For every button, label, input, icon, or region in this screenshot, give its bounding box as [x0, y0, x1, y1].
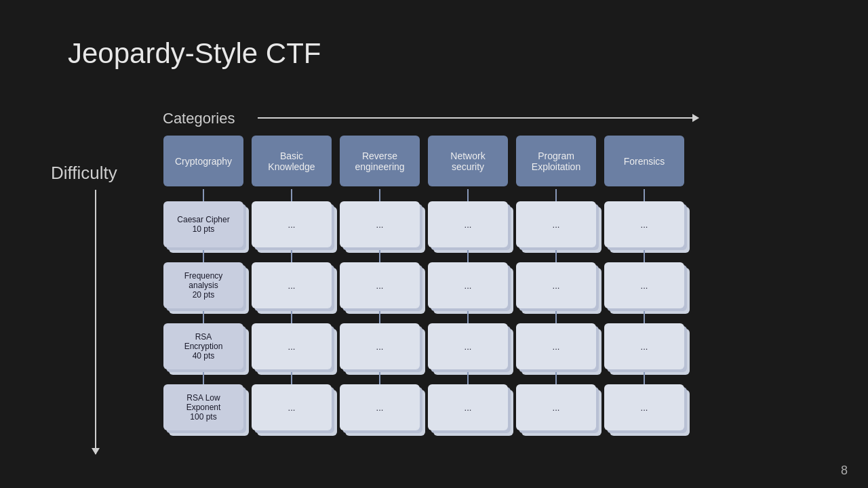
connector-1-1 — [291, 250, 292, 262]
card-wrap-5-0: ... — [604, 201, 684, 247]
data-card-2-3: ... — [340, 384, 420, 430]
connector-0-0 — [203, 189, 204, 201]
card-wrap-2-3: ... — [340, 384, 420, 430]
connector-3-0 — [467, 189, 469, 201]
connector-0-2 — [203, 311, 204, 323]
data-card-2-0: ... — [340, 201, 420, 247]
data-card-5-3: ... — [604, 384, 684, 430]
connector-2-3 — [379, 372, 380, 384]
card-wrap-4-3: ... — [516, 384, 596, 430]
data-card-3-3: ... — [428, 384, 508, 430]
difficulty-arrow — [95, 190, 96, 454]
card-wrap-2-1: ... — [340, 262, 420, 308]
slide-title: Jeopardy-Style CTF — [68, 37, 321, 70]
card-wrap-3-2: ... — [428, 323, 508, 369]
connector-2-2 — [379, 311, 380, 323]
card-wrap-1-0: ... — [252, 201, 332, 247]
connector-3-1 — [467, 250, 469, 262]
header-card-0: Cryptography — [163, 136, 243, 186]
card-wrap-4-2: ... — [516, 323, 596, 369]
column-1: Basic Knowledge............ — [248, 136, 336, 433]
connector-5-2 — [644, 311, 645, 323]
card-wrap-4-1: ... — [516, 262, 596, 308]
data-card-5-1: ... — [604, 262, 684, 308]
connector-5-1 — [644, 250, 645, 262]
column-4: Program Exploitation............ — [512, 136, 600, 433]
card-wrap-0-0: Caesar Cipher 10 pts — [163, 201, 243, 247]
data-card-2-2: ... — [340, 323, 420, 369]
card-wrap-2-2: ... — [340, 323, 420, 369]
data-card-4-3: ... — [516, 384, 596, 430]
data-card-1-0: ... — [252, 201, 332, 247]
card-wrap-3-3: ... — [428, 384, 508, 430]
connector-2-1 — [379, 250, 380, 262]
connector-1-0 — [291, 189, 292, 201]
column-0: CryptographyCaesar Cipher 10 ptsFrequenc… — [159, 136, 248, 433]
card-wrap-4-0: ... — [516, 201, 596, 247]
connector-0-1 — [203, 250, 204, 262]
card-wrap-0-2: RSA Encryption 40 pts — [163, 323, 243, 369]
card-wrap-3-0: ... — [428, 201, 508, 247]
card-wrap-5-1: ... — [604, 262, 684, 308]
column-3: Network security............ — [424, 136, 512, 433]
column-5: Forensics............ — [600, 136, 688, 433]
card-wrap-1-1: ... — [252, 262, 332, 308]
data-card-0-3: RSA Low Exponent 100 pts — [163, 384, 243, 430]
header-card-2: Reverse engineering — [340, 136, 420, 186]
categories-arrow — [258, 117, 698, 119]
card-wrap-0-3: RSA Low Exponent 100 pts — [163, 384, 243, 430]
data-card-5-0: ... — [604, 201, 684, 247]
connector-1-2 — [291, 311, 292, 323]
data-card-1-1: ... — [252, 262, 332, 308]
data-card-2-1: ... — [340, 262, 420, 308]
difficulty-label: Difficulty — [51, 163, 117, 184]
grid-container: CryptographyCaesar Cipher 10 ptsFrequenc… — [159, 136, 688, 433]
data-card-3-0: ... — [428, 201, 508, 247]
card-wrap-5-3: ... — [604, 384, 684, 430]
card-wrap-1-2: ... — [252, 323, 332, 369]
data-card-4-1: ... — [516, 262, 596, 308]
card-wrap-5-2: ... — [604, 323, 684, 369]
data-card-5-2: ... — [604, 323, 684, 369]
connector-2-0 — [379, 189, 380, 201]
page-number: 8 — [841, 464, 848, 478]
card-wrap-3-1: ... — [428, 262, 508, 308]
categories-label: Categories — [163, 110, 235, 127]
header-card-5: Forensics — [604, 136, 684, 186]
card-wrap-0-1: Frequency analysis 20 pts — [163, 262, 243, 308]
column-2: Reverse engineering............ — [336, 136, 424, 433]
data-card-3-2: ... — [428, 323, 508, 369]
connector-5-0 — [644, 189, 645, 201]
data-card-0-0: Caesar Cipher 10 pts — [163, 201, 243, 247]
connector-4-3 — [555, 372, 557, 384]
connector-1-3 — [291, 372, 292, 384]
data-card-1-3: ... — [252, 384, 332, 430]
data-card-0-1: Frequency analysis 20 pts — [163, 262, 243, 308]
data-card-1-2: ... — [252, 323, 332, 369]
data-card-0-2: RSA Encryption 40 pts — [163, 323, 243, 369]
card-wrap-1-3: ... — [252, 384, 332, 430]
connector-0-3 — [203, 372, 204, 384]
connector-4-0 — [555, 189, 557, 201]
header-card-4: Program Exploitation — [516, 136, 596, 186]
connector-3-3 — [467, 372, 469, 384]
data-card-4-2: ... — [516, 323, 596, 369]
header-card-1: Basic Knowledge — [252, 136, 332, 186]
data-card-4-0: ... — [516, 201, 596, 247]
connector-5-3 — [644, 372, 645, 384]
card-wrap-2-0: ... — [340, 201, 420, 247]
data-card-3-1: ... — [428, 262, 508, 308]
connector-4-2 — [555, 311, 557, 323]
header-card-3: Network security — [428, 136, 508, 186]
connector-3-2 — [467, 311, 469, 323]
connector-4-1 — [555, 250, 557, 262]
